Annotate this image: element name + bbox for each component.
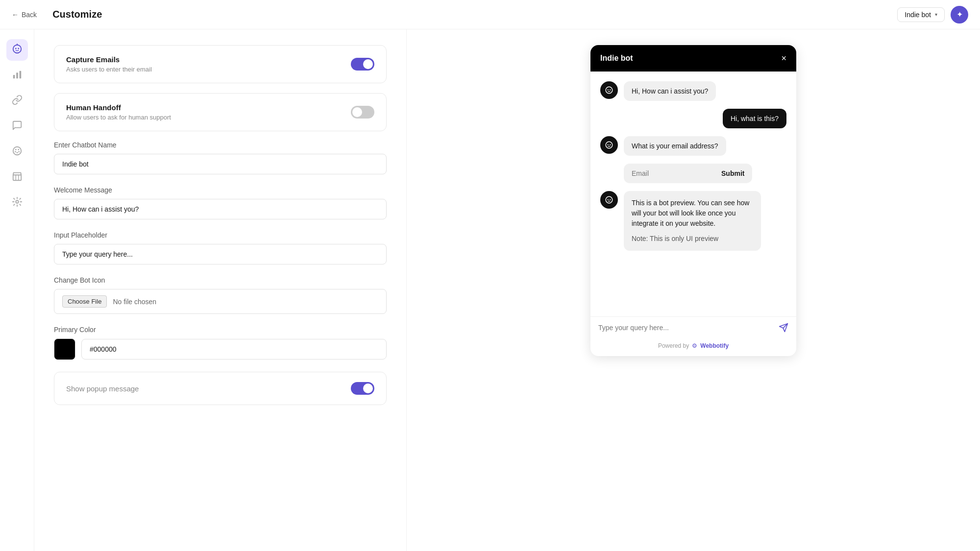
svg-point-0 xyxy=(13,45,21,53)
avatar[interactable]: ✦ xyxy=(951,6,968,24)
chat-preview: Indie bot × xyxy=(590,45,796,356)
bot-icon-group: Change Bot Icon Choose File No file chos… xyxy=(54,276,387,314)
capture-emails-slider xyxy=(351,58,374,71)
settings-icon xyxy=(12,196,23,210)
svg-point-13 xyxy=(16,152,18,153)
svg-rect-6 xyxy=(16,72,18,78)
chevron-down-icon: ▾ xyxy=(935,12,937,17)
chatbot-name-input[interactable] xyxy=(54,154,387,174)
capture-emails-toggle[interactable] xyxy=(351,58,374,71)
svg-point-4 xyxy=(17,44,18,45)
welcome-message-input[interactable] xyxy=(54,199,387,219)
email-form-row: Submit xyxy=(600,164,786,183)
svg-point-1 xyxy=(15,48,16,49)
svg-point-22 xyxy=(606,196,612,203)
svg-point-18 xyxy=(610,89,611,90)
human-handoff-description: Allow users to ask for human support xyxy=(66,114,171,121)
back-label: Back xyxy=(22,11,37,19)
chat-messages: Hi, How can i assist you? Hi, what is th… xyxy=(590,72,796,316)
links-icon xyxy=(12,95,23,108)
sidebar-item-analytics[interactable] xyxy=(6,65,28,86)
user-message-row: Hi, what is this? xyxy=(600,109,786,128)
human-handoff-text: Human Handoff Allow users to ask for hum… xyxy=(66,103,171,121)
human-handoff-section: Human Handoff Allow users to ask for hum… xyxy=(54,93,387,131)
sidebar xyxy=(0,29,34,551)
content-area: Capture Emails Asks users to enter their… xyxy=(34,29,980,551)
capture-emails-text: Capture Emails Asks users to enter their… xyxy=(66,55,152,73)
color-swatch[interactable] xyxy=(54,338,75,360)
send-button[interactable] xyxy=(779,323,788,333)
chat-header-title: Indie bot xyxy=(600,54,633,63)
sidebar-item-bot[interactable] xyxy=(6,39,28,61)
footer-brand: Webbotify xyxy=(700,342,729,349)
color-text-input[interactable] xyxy=(81,339,387,359)
svg-rect-14 xyxy=(13,175,21,180)
choose-file-button[interactable]: Choose File xyxy=(62,295,107,308)
welcome-message-label: Welcome Message xyxy=(54,186,387,194)
topbar: ← Back Customize Indie bot ▾ ✦ xyxy=(0,0,980,29)
bot-info-row: This is a bot preview. You can see how w… xyxy=(600,191,786,251)
bot-note: Note: This is only UI preview xyxy=(632,234,753,244)
bot-email-question-row: What is your email address? xyxy=(600,136,786,156)
chat-close-button[interactable]: × xyxy=(781,54,786,63)
sidebar-item-settings[interactable] xyxy=(6,192,28,214)
chat-header: Indie bot × xyxy=(590,45,796,72)
email-submit-button[interactable]: Submit xyxy=(721,169,744,177)
capture-emails-description: Asks users to enter their email xyxy=(66,66,152,73)
svg-point-20 xyxy=(608,144,609,145)
email-input-preview[interactable] xyxy=(632,169,717,177)
bot-icon xyxy=(12,44,23,57)
chat-input-field[interactable] xyxy=(598,324,774,332)
file-input-container: Choose File No file chosen xyxy=(54,289,387,314)
store-icon xyxy=(12,171,23,184)
primary-color-label: Primary Color xyxy=(54,326,387,334)
bot-avatar-1 xyxy=(600,81,618,99)
sidebar-item-palette[interactable] xyxy=(6,141,28,163)
file-name-display: No file chosen xyxy=(113,298,156,306)
avatar-symbol: ✦ xyxy=(956,10,963,19)
bot-selector-label: Indie bot xyxy=(905,11,931,19)
human-handoff-toggle[interactable] xyxy=(351,106,374,119)
topbar-right: Indie bot ▾ ✦ xyxy=(897,6,968,24)
svg-point-24 xyxy=(610,199,611,200)
form-panel: Capture Emails Asks users to enter their… xyxy=(34,29,407,551)
bot-avatar-2 xyxy=(600,136,618,154)
user-message-bubble: Hi, what is this? xyxy=(723,109,786,128)
bot-info-bubble: This is a bot preview. You can see how w… xyxy=(624,191,761,251)
bot-email-question-bubble: What is your email address? xyxy=(624,136,726,156)
input-placeholder-group: Input Placeholder xyxy=(54,231,387,264)
bot-info-message: This is a bot preview. You can see how w… xyxy=(632,199,749,227)
svg-rect-5 xyxy=(13,74,15,78)
sidebar-item-chat[interactable] xyxy=(6,116,28,137)
bot-avatar-3 xyxy=(600,191,618,209)
footer-text: Powered by xyxy=(658,342,689,349)
bot-greeting-row: Hi, How can i assist you? xyxy=(600,81,786,101)
input-placeholder-label: Input Placeholder xyxy=(54,231,387,239)
back-arrow-icon: ← xyxy=(12,11,19,19)
palette-icon xyxy=(12,145,23,159)
svg-point-11 xyxy=(14,151,16,152)
chat-input-area xyxy=(590,316,796,338)
input-placeholder-input[interactable] xyxy=(54,244,387,264)
bot-icon-label: Change Bot Icon xyxy=(54,276,387,284)
page-title: Customize xyxy=(52,9,102,20)
footer-logo-icon: ⚙ xyxy=(692,342,697,349)
preview-panel: Indie bot × xyxy=(407,29,980,551)
human-handoff-title: Human Handoff xyxy=(66,103,171,112)
human-handoff-slider xyxy=(351,106,374,119)
topbar-left: ← Back Customize xyxy=(12,9,102,20)
show-popup-slider xyxy=(351,382,374,395)
svg-point-19 xyxy=(606,142,612,148)
svg-point-10 xyxy=(18,148,19,150)
svg-point-15 xyxy=(16,200,19,203)
sidebar-item-store[interactable] xyxy=(6,167,28,188)
bot-greeting-bubble: Hi, How can i assist you? xyxy=(624,81,716,101)
show-popup-toggle[interactable] xyxy=(351,382,374,395)
bot-selector[interactable]: Indie bot ▾ xyxy=(897,7,945,22)
svg-point-2 xyxy=(18,48,19,49)
back-button[interactable]: ← Back xyxy=(12,11,37,19)
sidebar-item-links[interactable] xyxy=(6,90,28,112)
svg-point-8 xyxy=(13,146,21,155)
chatbot-name-group: Enter Chatbot Name xyxy=(54,141,387,174)
welcome-message-group: Welcome Message xyxy=(54,186,387,219)
